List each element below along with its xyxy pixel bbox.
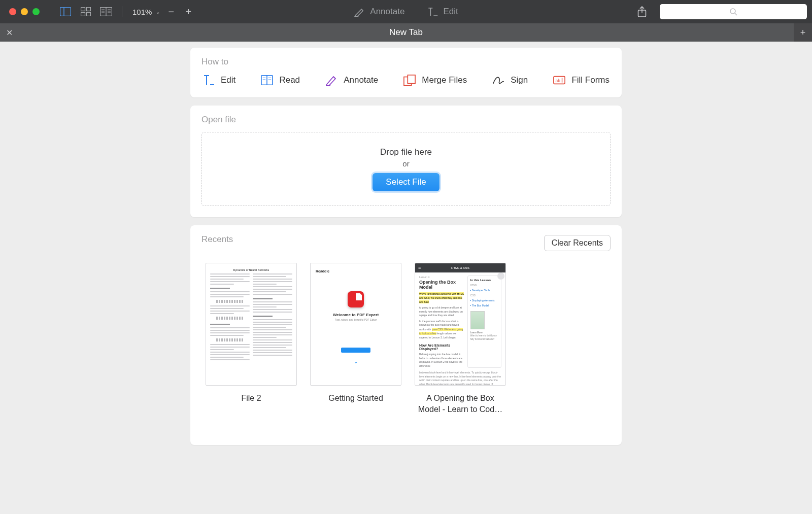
pdf-app-icon bbox=[348, 291, 364, 307]
chevron-down-icon: ⌄ bbox=[156, 9, 160, 15]
toolbar-center-group: Annotate Edit bbox=[354, 7, 458, 17]
svg-rect-5 bbox=[87, 13, 91, 16]
openfile-section-title: Open file bbox=[201, 115, 611, 125]
edit-mode-label: Edit bbox=[443, 7, 458, 17]
howto-section-title: How to bbox=[201, 57, 611, 67]
recent-thumbnail: Dynamics of Neural Networks bbox=[206, 263, 297, 386]
svg-rect-29 bbox=[408, 75, 416, 84]
two-page-view-button[interactable] bbox=[98, 4, 114, 19]
recent-thumbnail: Readdle Welcome to PDF Expert Fast, robu… bbox=[310, 263, 401, 386]
openfile-card: Open file Drop file here or Select File bbox=[190, 106, 622, 217]
window-maximize-button[interactable] bbox=[32, 8, 40, 15]
search-icon bbox=[729, 8, 737, 16]
form-field-icon: ab bbox=[553, 74, 565, 86]
book-icon bbox=[261, 74, 273, 86]
signature-icon bbox=[492, 74, 504, 86]
recent-file-label: File 2 bbox=[241, 393, 261, 404]
recent-file-label: Getting Started bbox=[328, 393, 383, 404]
page-content: How to Edit Read Annotate bbox=[0, 42, 812, 445]
recent-file-item[interactable]: Dynamics of Neural Networks bbox=[206, 263, 297, 415]
annotate-mode-button[interactable]: Annotate bbox=[354, 7, 404, 17]
window-minimize-button[interactable] bbox=[21, 8, 28, 15]
close-tab-button[interactable]: ✕ bbox=[0, 28, 18, 38]
howto-item-edit[interactable]: Edit bbox=[202, 74, 235, 86]
share-button[interactable] bbox=[634, 4, 650, 19]
window-controls bbox=[9, 8, 40, 15]
recent-file-item[interactable]: Readdle Welcome to PDF Expert Fast, robu… bbox=[310, 263, 401, 415]
edit-text-icon bbox=[202, 74, 215, 86]
svg-point-18 bbox=[730, 9, 735, 14]
tab-title: New Tab bbox=[389, 27, 423, 38]
svg-line-19 bbox=[735, 13, 737, 15]
zoom-dropdown[interactable]: 101% ⌄ bbox=[132, 8, 160, 16]
zoom-out-button[interactable]: − bbox=[165, 6, 177, 18]
edit-mode-button[interactable]: Edit bbox=[427, 7, 458, 17]
howto-label: Sign bbox=[511, 75, 528, 85]
new-tab-button[interactable]: + bbox=[794, 23, 812, 42]
zoom-in-button[interactable]: + bbox=[182, 6, 194, 18]
howto-label: Merge Files bbox=[422, 75, 467, 85]
zoom-value: 101% bbox=[132, 8, 152, 16]
svg-rect-4 bbox=[81, 13, 85, 16]
thumb-get-started-button bbox=[341, 348, 370, 353]
howto-item-merge[interactable]: Merge Files bbox=[403, 74, 467, 86]
chevron-down-icon: ⌄ bbox=[354, 359, 358, 364]
howto-label: Fill Forms bbox=[571, 75, 610, 85]
tab-bar: ✕ New Tab + bbox=[0, 23, 812, 42]
annotate-mode-label: Annotate bbox=[370, 7, 404, 17]
drop-or-text: or bbox=[402, 159, 409, 168]
svg-rect-3 bbox=[87, 8, 91, 11]
thumb-welcome-title: Welcome to PDF Expert bbox=[333, 313, 379, 317]
top-toolbar: 101% ⌄ − + Annotate Edit bbox=[0, 0, 812, 23]
howto-item-fill-forms[interactable]: ab Fill Forms bbox=[553, 74, 610, 86]
pen-icon bbox=[325, 74, 337, 86]
svg-text:ab: ab bbox=[556, 78, 561, 83]
merge-files-icon bbox=[403, 74, 416, 86]
recent-thumbnail: ≡HTML & CSS Lesson 4 Opening the Box Mod… bbox=[415, 263, 506, 386]
thumbnail-view-button[interactable] bbox=[78, 4, 93, 19]
search-input[interactable] bbox=[660, 4, 807, 19]
recents-card: Recents Clear Recents Dynamics of Neural… bbox=[190, 225, 622, 445]
recent-file-label: A Opening the Box Model - Learn to Cod… bbox=[415, 393, 506, 415]
select-file-button[interactable]: Select File bbox=[373, 173, 439, 191]
howto-label: Annotate bbox=[344, 75, 378, 85]
file-drop-zone[interactable]: Drop file here or Select File bbox=[201, 132, 611, 206]
drop-here-text: Drop file here bbox=[380, 147, 432, 157]
howto-card: How to Edit Read Annotate bbox=[190, 48, 622, 97]
howto-item-annotate[interactable]: Annotate bbox=[325, 74, 378, 86]
svg-rect-0 bbox=[60, 8, 71, 16]
recents-section-title: Recents bbox=[201, 234, 233, 245]
recent-file-item[interactable]: ≡HTML & CSS Lesson 4 Opening the Box Mod… bbox=[415, 263, 506, 415]
toolbar-divider bbox=[122, 6, 122, 17]
window-close-button[interactable] bbox=[9, 8, 16, 15]
svg-rect-2 bbox=[81, 8, 85, 11]
thumb-welcome-sub: Fast, robust and beautiful PDF Editor bbox=[335, 318, 377, 321]
recents-grid: Dynamics of Neural Networks bbox=[201, 263, 611, 415]
howto-item-read[interactable]: Read bbox=[261, 74, 300, 86]
toolbar-right-group bbox=[634, 4, 807, 19]
howto-row: Edit Read Annotate Merge Files bbox=[201, 74, 611, 86]
sidebar-toggle-button[interactable] bbox=[58, 4, 73, 19]
howto-label: Read bbox=[279, 75, 300, 85]
howto-label: Edit bbox=[221, 75, 235, 85]
clear-recents-button[interactable]: Clear Recents bbox=[544, 235, 611, 251]
thumb-brand: Readdle bbox=[316, 269, 329, 273]
howto-item-sign[interactable]: Sign bbox=[492, 74, 528, 86]
